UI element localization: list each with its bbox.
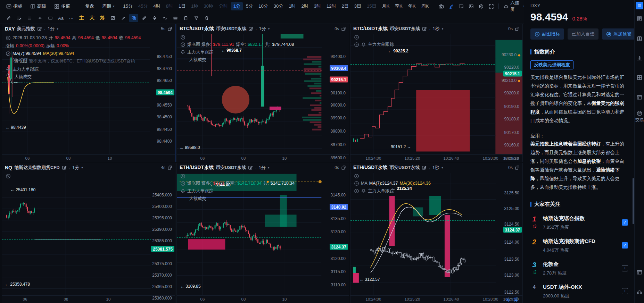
伦敦金[interactable]: 3 ↓2 伦敦金 2.78万 热度 + xyxy=(530,257,628,280)
edit-icon[interactable] xyxy=(37,26,42,31)
price-axis[interactable]: 25405.000 25400.000 25395.000 25390.000 … xyxy=(147,172,175,295)
panel-period[interactable]: 1秒 xyxy=(433,26,440,32)
intro-badge[interactable]: 反映美元强弱程度 xyxy=(530,60,573,69)
chevron-circle-icon[interactable] xyxy=(180,35,185,40)
added-checkbox[interactable]: ✓ xyxy=(622,219,628,226)
period-button[interactable]: 4时 xyxy=(151,2,163,10)
panel-icon[interactable] xyxy=(636,94,642,100)
wave-tool[interactable] xyxy=(160,14,170,22)
advanced-menu[interactable]: 高级 xyxy=(27,2,51,11)
detach-icon[interactable] xyxy=(341,26,346,31)
period-button[interactable]: 45分 xyxy=(136,2,150,10)
kline-stats-icon[interactable] xyxy=(636,55,642,61)
ruler-tool[interactable] xyxy=(140,14,149,22)
large-order-toggle[interactable]: 大 xyxy=(88,14,97,22)
detach-icon[interactable] xyxy=(167,165,172,170)
chevron-circle-icon[interactable] xyxy=(6,174,11,179)
chevron-circle-icon[interactable] xyxy=(354,35,359,40)
instrument-name[interactable]: 纳斯达克综合指数 xyxy=(543,215,617,222)
period-menu[interactable]: 周期▾ xyxy=(99,2,117,11)
screenshot-icon[interactable] xyxy=(439,3,444,9)
USDT 场外-OKX[interactable]: 4 USDT 场外-OKX 2000.00 热度 + xyxy=(530,280,628,303)
period-button[interactable]: 年K xyxy=(406,2,418,10)
watchlist-button[interactable] xyxy=(636,2,643,9)
chart-panel-dxy[interactable]: DXY 美元指数 · 1分 ▾ 5s xyxy=(2,24,175,162)
add-button[interactable]: + xyxy=(622,265,628,271)
chip-distribution-toggle[interactable]: 筹 xyxy=(98,14,107,22)
period-button[interactable]: 2时 xyxy=(299,2,311,10)
annotation-tool[interactable] xyxy=(108,14,117,22)
chevron-circle-icon[interactable] xyxy=(354,174,359,179)
fullscreen-icon[interactable] xyxy=(489,3,494,9)
delete-tool[interactable] xyxy=(202,14,211,22)
brush-tool[interactable] xyxy=(119,14,128,22)
panel-period[interactable]: 1分 xyxy=(72,165,79,171)
edit-icon[interactable] xyxy=(422,26,427,31)
detach-icon[interactable] xyxy=(341,165,346,170)
indicators-menu[interactable]: 指标 xyxy=(3,2,27,11)
pen-nib-tool[interactable] xyxy=(150,14,159,22)
chevron-circle-icon[interactable] xyxy=(180,181,185,186)
instrument-name[interactable]: 伦敦金 xyxy=(543,261,617,268)
drawings-list-tool[interactable] xyxy=(25,14,34,22)
time-axis[interactable]: 060810 xyxy=(2,295,175,303)
main-chart-toggle[interactable]: 主 xyxy=(77,14,86,22)
period-button[interactable]: 1日 xyxy=(176,2,188,10)
time-axis[interactable]: 060810 xyxy=(177,295,349,303)
period-button[interactable]: 10分 xyxy=(256,2,270,10)
six-screen-selector[interactable]: 六连屏 ▾ xyxy=(504,0,525,12)
support-icon[interactable] xyxy=(636,289,642,295)
纳斯达克综合指数[interactable]: 1 ↑3 纳斯达克综合指数 7.852万 热度 ✓ xyxy=(530,211,628,234)
add-pane-icon[interactable] xyxy=(459,3,464,9)
detach-icon[interactable] xyxy=(515,165,520,170)
bell-icon[interactable] xyxy=(361,42,366,47)
market-grid-icon[interactable] xyxy=(636,75,642,81)
chevron-circle-icon[interactable] xyxy=(6,35,11,41)
time-axis[interactable]: 060810 xyxy=(2,154,175,162)
chart-panel-btc-1s[interactable]: BTC/USDT永续 币安USDT永续 · 1秒 ▾ 0s xyxy=(350,24,523,162)
add-alert-button[interactable]: 添加预警 xyxy=(602,28,634,40)
period-button[interactable]: 15分 xyxy=(121,2,135,10)
period-button[interactable]: 3日 xyxy=(352,2,364,10)
edit-icon[interactable] xyxy=(422,165,427,170)
chevron-circle-icon[interactable] xyxy=(354,188,359,194)
text-tool[interactable]: Aa xyxy=(56,14,65,22)
sub-indicator-button[interactable]: 副图指标 xyxy=(530,28,564,40)
chart-panel-eth-1s[interactable]: ETH/USDT永续 币安USDT永续 · 1秒 ▾ 0s xyxy=(350,163,523,303)
period-button[interactable]: 1秒 xyxy=(189,2,200,10)
panel-period[interactable]: 1秒 xyxy=(432,165,439,171)
save-image-icon[interactable] xyxy=(469,3,474,9)
price-axis[interactable]: 3125.50 3125.00 3124.50 3124.00 3123.50 … xyxy=(495,172,522,295)
panel-period[interactable]: 1分 xyxy=(259,165,266,171)
period-button[interactable]: 1分 xyxy=(231,2,243,10)
instrument-name[interactable]: USDT 场外-OKX xyxy=(543,284,617,291)
time-axis[interactable]: 10:24:0010:25:2010:26:4010:28:0010:29:20… xyxy=(350,295,522,303)
more-tools[interactable]: ⋯ xyxy=(67,14,76,22)
period-button[interactable]: 分时 xyxy=(216,2,230,10)
chart-panel-nq[interactable]: NQ 纳斯达克指数期货CFD · 1分 ▾ 4s xyxy=(2,163,175,303)
period-button[interactable]: 3时 xyxy=(312,2,323,10)
added-checkbox[interactable]: ✓ xyxy=(622,242,628,249)
price-axis[interactable]: 98.4750 98.4700 98.4650 98.4550 98.4500 … xyxy=(147,33,175,154)
add-button[interactable]: + xyxy=(622,288,628,294)
scrollbar-thumb[interactable] xyxy=(633,178,634,224)
edit-icon[interactable] xyxy=(248,165,253,170)
chevron-circle-icon[interactable] xyxy=(6,51,11,56)
trade-icon[interactable] xyxy=(636,110,642,116)
pen-tool[interactable] xyxy=(4,14,13,22)
price-axis[interactable]: 90400.0 90100.0 90000.0 89900.0 89800.0 … xyxy=(321,33,349,154)
time-axis[interactable]: 060810 xyxy=(177,154,349,162)
period-button[interactable]: 季K xyxy=(393,2,405,10)
filter-tool[interactable] xyxy=(192,14,201,22)
panel-period[interactable]: 1分 xyxy=(48,26,55,32)
price-axis[interactable]: 90230.0◆ 90220.0 90210.0◆ 90200.0 90190.… xyxy=(495,33,522,154)
bell-icon[interactable] xyxy=(6,66,11,71)
period-button[interactable]: 8时 xyxy=(164,2,175,10)
multi-window-menu[interactable]: 多窗 xyxy=(51,2,75,11)
time-axis[interactable]: 10:24:0010:25:2010:26:4010:28:0010:29:20 xyxy=(350,154,522,162)
edit-icon[interactable] xyxy=(62,165,67,170)
period-button[interactable]: 月K xyxy=(379,2,392,10)
period-button[interactable]: 周K xyxy=(419,2,431,10)
chevron-circle-icon[interactable] xyxy=(354,42,359,47)
position-line-tool[interactable] xyxy=(171,14,180,22)
